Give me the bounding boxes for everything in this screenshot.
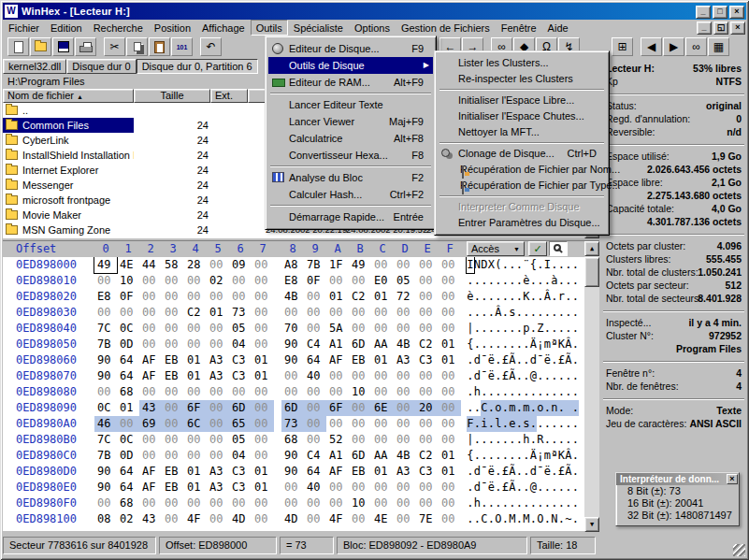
hex-byte[interactable]: 7B	[94, 448, 117, 464]
hex-text-char[interactable]: .	[467, 305, 474, 321]
hex-byte[interactable]: 49	[94, 257, 117, 273]
hex-byte[interactable]: 6F	[184, 400, 207, 416]
hex-byte[interactable]: 00	[162, 416, 184, 432]
hex-byte[interactable]: 00	[207, 337, 229, 352]
hex-byte[interactable]: 00	[162, 384, 184, 400]
hex-byte[interactable]: 00	[162, 337, 184, 352]
menubar-item-position[interactable]: Position	[149, 21, 196, 36]
hex-text-char[interactable]: .	[516, 464, 524, 480]
hex-byte[interactable]: 10	[349, 384, 371, 400]
hex-byte[interactable]: 00	[439, 511, 461, 527]
calculator-icon[interactable]: ⊞	[612, 37, 633, 56]
hex-text-char[interactable]: .	[537, 480, 544, 495]
hex-text-char[interactable]: .	[495, 432, 502, 448]
hex-byte[interactable]: 05	[394, 273, 416, 289]
hex-byte[interactable]: 00	[349, 480, 371, 495]
sync-toggle-button[interactable]: ✓	[528, 241, 547, 256]
hex-byte[interactable]: C4	[304, 448, 326, 464]
hex-byte[interactable]: 00	[371, 368, 394, 384]
hex-text-char[interactable]: .	[544, 321, 552, 337]
copy-icon[interactable]	[126, 37, 148, 56]
hex-byte[interactable]: C3	[229, 352, 252, 368]
hex-byte[interactable]: 00	[162, 448, 184, 464]
hex-byte[interactable]: 01	[252, 368, 274, 384]
hex-text-char[interactable]: (	[495, 257, 502, 273]
hex-byte[interactable]: 00	[207, 257, 229, 273]
hex-byte[interactable]: A3	[207, 352, 229, 368]
hex-text-char[interactable]: £	[502, 464, 510, 480]
hex-byte[interactable]: 00	[304, 511, 326, 527]
hex-text-char[interactable]: .	[537, 368, 544, 384]
hex-byte[interactable]: 6C	[184, 416, 207, 432]
hex-byte[interactable]: 00	[394, 511, 416, 527]
hex-text-char[interactable]: .	[530, 432, 538, 448]
hex-text-char[interactable]: .	[537, 495, 544, 511]
hex-byte[interactable]: 00	[94, 273, 117, 289]
hex-text-char[interactable]: .	[502, 400, 510, 416]
hex-byte[interactable]: 01	[184, 464, 207, 480]
menu-item-r-cup-ration-de-fichier-par-type[interactable]: Récupération de Fichier par Type...	[438, 178, 606, 194]
hex-text-char[interactable]: O	[537, 511, 544, 527]
hex-text-char[interactable]: ¡	[537, 448, 544, 464]
hex-byte[interactable]: 10	[117, 273, 139, 289]
hex-byte[interactable]: A1	[326, 448, 349, 464]
hex-text-char[interactable]: .	[495, 480, 502, 495]
menu-item-editeur-de-disque[interactable]: Editeur de Disque...F9	[268, 40, 433, 57]
hex-text-char[interactable]: .	[544, 480, 552, 495]
hex-byte[interactable]: 7C	[94, 321, 117, 337]
hex-byte[interactable]: EB	[349, 464, 371, 480]
hex-text-char[interactable]: .	[467, 495, 474, 511]
hex-byte[interactable]: AF	[139, 480, 162, 495]
hex-text-char[interactable]: .	[530, 305, 538, 321]
tab-disque-dur-0-partition-6[interactable]: Disque dur 0, Partition 6	[137, 59, 258, 74]
hex-byte[interactable]: 00	[349, 305, 371, 321]
hex-text-char[interactable]: ¨	[523, 257, 530, 273]
hex-byte[interactable]: 00	[162, 400, 184, 416]
hex-text-char[interactable]: .	[516, 448, 524, 464]
hex-text-char[interactable]: m	[544, 337, 552, 352]
hex-text-char[interactable]: .	[516, 257, 524, 273]
hex-byte[interactable]: 90	[281, 448, 304, 464]
hex-text-char[interactable]: .	[509, 495, 516, 511]
hex-text-char[interactable]: .	[467, 352, 474, 368]
hex-byte[interactable]: 00	[416, 416, 439, 432]
hex-text-char[interactable]: {	[467, 337, 474, 352]
hex-text-char[interactable]: s	[523, 416, 530, 432]
hex-byte[interactable]: 01	[252, 464, 274, 480]
hex-byte[interactable]: 6D	[281, 400, 304, 416]
hex-byte[interactable]: 1F	[326, 257, 349, 273]
hex-text-char[interactable]: .	[572, 464, 580, 480]
hex-byte[interactable]: 00	[304, 305, 326, 321]
hex-text-char[interactable]: m	[509, 400, 516, 416]
hex-byte[interactable]: 00	[117, 305, 139, 321]
hex-text-char[interactable]: Ã	[565, 464, 572, 480]
hex-byte[interactable]: 4B	[281, 289, 304, 305]
hex-text-char[interactable]: K	[523, 289, 530, 305]
menubar-item-affichage[interactable]: Affichage	[196, 21, 251, 36]
hex-text-char[interactable]: .	[509, 321, 516, 337]
hex-byte[interactable]: 00	[139, 321, 162, 337]
hex-text-char[interactable]: .	[523, 464, 530, 480]
hex-byte[interactable]: 01	[207, 305, 229, 321]
hex-byte[interactable]: 00	[94, 305, 117, 321]
hex-byte[interactable]: 00	[439, 368, 461, 384]
hex-byte[interactable]: 0C	[117, 321, 139, 337]
hex-byte[interactable]: 00	[207, 384, 229, 400]
hex-text-char[interactable]: .	[558, 321, 566, 337]
hex-byte[interactable]: 4F	[184, 511, 207, 527]
hex-text-char[interactable]: R	[537, 432, 544, 448]
hex-text-char[interactable]: Ã	[565, 352, 572, 368]
hex-text-char[interactable]: .	[551, 416, 558, 432]
hex-byte[interactable]: 90	[94, 464, 117, 480]
hex-byte[interactable]: 40	[304, 480, 326, 495]
hex-text-char[interactable]: o	[537, 400, 544, 416]
hex-text-char[interactable]: .	[488, 448, 496, 464]
hex-text-char[interactable]: .	[565, 289, 572, 305]
hex-byte[interactable]: 00	[371, 257, 394, 273]
scroll-thumb[interactable]	[584, 257, 599, 287]
hex-byte[interactable]: 00	[371, 305, 394, 321]
hex-byte[interactable]: 43	[139, 400, 162, 416]
hex-byte[interactable]: 00	[252, 289, 274, 305]
hex-text-char[interactable]: h	[474, 384, 482, 400]
hex-byte[interactable]: 00	[394, 257, 416, 273]
